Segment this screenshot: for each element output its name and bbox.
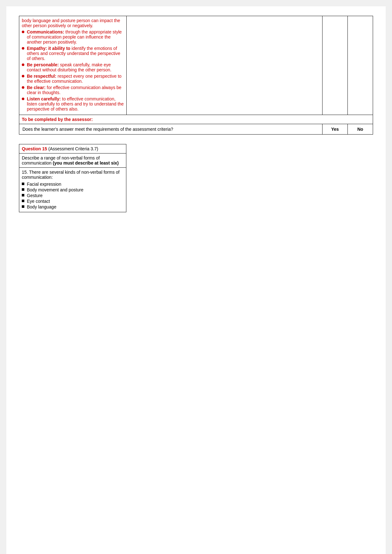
no-cell: No <box>348 124 373 135</box>
square-bullet-icon <box>22 194 24 196</box>
sub-item-text: Facial expression <box>27 182 61 187</box>
list-item: Be clear: for effective communication al… <box>22 85 124 95</box>
question-prompt: Describe a range of non-verbal forms of … <box>19 154 126 168</box>
square-bullet-icon <box>22 183 24 185</box>
yes-label: Yes <box>331 127 339 132</box>
empty-cell2 <box>323 16 348 115</box>
prompt-bold: (you must describe at least six) <box>53 160 119 166</box>
criteria-question-cell: Does the learner's answer meet the requi… <box>19 124 323 135</box>
upper-table: body language and posture person can imp… <box>19 16 373 135</box>
bullet-icon <box>22 63 24 66</box>
bullet-icon <box>22 47 24 50</box>
question-criteria: (Assessment Criteria 3.7) <box>48 146 98 151</box>
bullet-icon <box>22 98 24 100</box>
sub-list-item: Body movement and posture <box>22 187 124 192</box>
list-item: Be respectful: respect every one perspec… <box>22 74 124 84</box>
answer-intro: 15. There are several kinds of non-verba… <box>22 170 124 180</box>
list-item: Communications: through the appropriate … <box>22 29 124 45</box>
item-text: Be respectful: respect every one perspec… <box>27 74 124 84</box>
question-number: Question 15 <box>22 146 47 151</box>
square-bullet-icon <box>22 205 24 208</box>
sub-item-text: Body language <box>27 204 56 209</box>
item-text: body language and posture person can imp… <box>22 18 124 28</box>
page: body language and posture person can imp… <box>6 6 386 554</box>
question-header: Question 15 (Assessment Criteria 3.7) <box>19 144 126 154</box>
list-item: Empathy: it ability to identify the emot… <box>22 46 124 61</box>
criteria-question-text: Does the learner's answer meet the requi… <box>22 127 173 132</box>
empty-cell3 <box>348 16 373 115</box>
yes-cell: Yes <box>323 124 348 135</box>
sub-list-item: Eye contact <box>22 199 124 204</box>
assessor-label: To be completed by the assessor: <box>22 117 93 122</box>
bullet-list: body language and posture person can imp… <box>22 18 124 111</box>
list-item: Listen carefully: to effective communica… <box>22 96 124 111</box>
sub-list: Facial expression Body movement and post… <box>22 182 124 209</box>
bullet-icon <box>22 31 24 33</box>
no-label: No <box>357 127 363 132</box>
list-item: body language and posture person can imp… <box>22 18 124 28</box>
sub-item-text: Gesture <box>27 193 43 198</box>
content-cell: body language and posture person can imp… <box>19 16 127 115</box>
empty-cell <box>127 16 323 115</box>
item-text: Listen carefully: to effective communica… <box>27 96 124 111</box>
question-15-box: Question 15 (Assessment Criteria 3.7) De… <box>19 144 126 212</box>
sub-list-item: Body language <box>22 204 124 209</box>
bullet-icon <box>22 75 24 77</box>
sub-list-item: Gesture <box>22 193 124 198</box>
list-item: Be personable: speak carefully, make eye… <box>22 62 124 72</box>
item-text: Be personable: speak carefully, make eye… <box>27 62 124 72</box>
sub-list-item: Facial expression <box>22 182 124 187</box>
square-bullet-icon <box>22 188 24 191</box>
item-text: Be clear: for effective communication al… <box>27 85 124 95</box>
square-bullet-icon <box>22 200 24 202</box>
item-text: Empathy: it ability to identify the emot… <box>27 46 124 61</box>
question-answer: 15. There are several kinds of non-verba… <box>19 168 126 212</box>
sub-item-text: Eye contact <box>27 199 50 204</box>
item-text: Communications: through the appropriate … <box>27 29 124 45</box>
bullet-icon <box>22 86 24 89</box>
sub-item-text: Body movement and posture <box>27 187 83 192</box>
to-be-completed-cell: To be completed by the assessor: <box>19 115 373 124</box>
